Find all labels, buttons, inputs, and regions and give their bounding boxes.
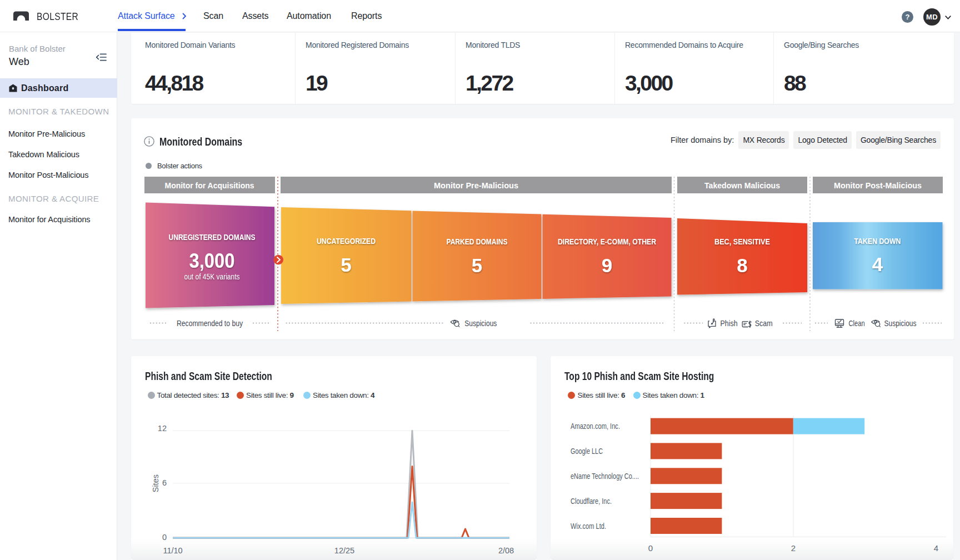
svg-text:Takedown Malicious: Takedown Malicious: [704, 181, 780, 190]
svg-text:PARKED DOMAINS: PARKED DOMAINS: [447, 237, 508, 246]
svg-text:DIRECTORY, E-COMM, OTHER: DIRECTORY, E-COMM, OTHER: [558, 237, 656, 246]
svg-text:Google LLC: Google LLC: [571, 447, 603, 456]
svg-text:2/08: 2/08: [498, 546, 514, 555]
svg-text:Clean: Clean: [849, 319, 865, 328]
svg-text:BEC, SENSITIVE: BEC, SENSITIVE: [714, 237, 770, 246]
svg-text:12/25: 12/25: [334, 546, 354, 555]
svg-text:Phish: Phish: [721, 319, 738, 328]
svg-text:0: 0: [162, 533, 167, 542]
svg-text:12: 12: [158, 424, 167, 433]
svg-text:TAKEN DOWN: TAKEN DOWN: [854, 237, 901, 246]
svg-text:Amazon.com, Inc.: Amazon.com, Inc.: [571, 422, 620, 431]
svg-text:eName Technology Co....: eName Technology Co....: [571, 472, 639, 481]
svg-text:4: 4: [872, 253, 883, 275]
svg-text:0: 0: [648, 543, 653, 553]
svg-text:Monitor Pre-Malicious: Monitor Pre-Malicious: [434, 181, 518, 190]
svg-text:Monitor for Acquisitions: Monitor for Acquisitions: [165, 181, 254, 190]
svg-text:Scam: Scam: [755, 319, 773, 328]
svg-text:UNCATEGORIZED: UNCATEGORIZED: [317, 237, 376, 246]
svg-text:Monitor Post-Malicious: Monitor Post-Malicious: [834, 181, 922, 190]
svg-text:Cloudflare, Inc.: Cloudflare, Inc.: [571, 497, 612, 506]
svg-text:Suspicious: Suspicious: [884, 319, 917, 328]
svg-text:out of 45K variants: out of 45K variants: [184, 272, 240, 281]
svg-text:11/10: 11/10: [163, 546, 182, 555]
svg-text:3,000: 3,000: [189, 249, 235, 272]
svg-text:5: 5: [341, 254, 351, 276]
svg-text:2: 2: [791, 543, 796, 553]
svg-text:8: 8: [737, 254, 747, 276]
svg-text:9: 9: [602, 254, 612, 276]
svg-text:5: 5: [472, 254, 482, 276]
svg-text:Sites: Sites: [151, 474, 160, 492]
svg-text:UNREGISTERED DOMAINS: UNREGISTERED DOMAINS: [169, 233, 256, 242]
svg-text:4: 4: [934, 543, 938, 553]
svg-text:Suspicious: Suspicious: [464, 319, 497, 328]
svg-text:Wix.com Ltd.: Wix.com Ltd.: [571, 522, 606, 531]
svg-text:Recommended to buy: Recommended to buy: [177, 319, 243, 328]
svg-text:6: 6: [162, 478, 167, 487]
